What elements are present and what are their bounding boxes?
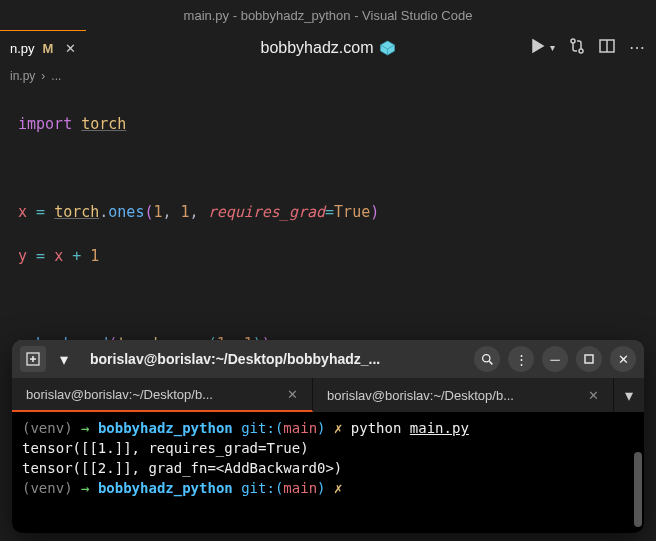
svg-point-4 <box>579 49 583 53</box>
watermark-label: bobbyhadz.com <box>261 39 396 57</box>
terminal-minimize-button[interactable]: ─ <box>542 346 568 372</box>
editor-tabbar: n.py M ✕ bobbyhadz.com ▾ ⋯ <box>0 30 656 65</box>
tab-filename: n.py <box>10 41 35 56</box>
terminal-scrollbar[interactable] <box>634 452 642 527</box>
terminal-search-button[interactable] <box>474 346 500 372</box>
terminal-tab-active[interactable]: borislav@borislav:~/Desktop/b... ✕ <box>12 378 313 412</box>
editor-tab-active[interactable]: n.py M ✕ <box>0 30 86 65</box>
code-line: x = torch.ones(1, 1, requires_grad=True) <box>18 201 638 223</box>
split-editor-icon[interactable] <box>599 38 615 58</box>
run-dropdown-icon[interactable]: ▾ <box>550 42 555 53</box>
window-titlebar: main.py - bobbyhadz_python - Visual Stud… <box>0 0 656 30</box>
terminal-line: tensor([[2.]], grad_fn=<AddBackward0>) <box>22 458 634 478</box>
breadcrumb-file: in.py <box>10 69 35 83</box>
breadcrumb-sep: › <box>41 69 45 83</box>
tab-modified-indicator: M <box>43 41 54 56</box>
window-title: main.py - bobbyhadz_python - Visual Stud… <box>184 8 473 23</box>
terminal-line: tensor([[1.]], requires_grad=True) <box>22 438 634 458</box>
terminal-line: (venv) → bobbyhadz_python git:(main) ✗ p… <box>22 418 634 438</box>
git-compare-icon[interactable] <box>569 38 585 58</box>
code-line: import torch <box>18 113 638 135</box>
more-actions-icon[interactable]: ⋯ <box>629 38 646 57</box>
tab-close-icon[interactable]: ✕ <box>65 41 76 56</box>
terminal-tab-title: borislav@borislav:~/Desktop/b... <box>327 388 580 403</box>
svg-marker-2 <box>533 40 543 52</box>
code-line <box>18 157 638 179</box>
terminal-line: (venv) → bobbyhadz_python git:(main) ✗ <box>22 478 634 498</box>
code-line: y = x + 1 <box>18 245 638 267</box>
svg-rect-12 <box>585 355 593 363</box>
breadcrumb-rest: ... <box>51 69 61 83</box>
svg-point-3 <box>571 39 575 43</box>
code-line <box>18 289 638 311</box>
svg-line-11 <box>489 361 492 364</box>
terminal-tabs-dropdown[interactable]: ▾ <box>614 378 644 412</box>
terminal-maximize-button[interactable] <box>576 346 602 372</box>
terminal-tabbar: borislav@borislav:~/Desktop/b... ✕ boris… <box>12 378 644 412</box>
terminal-new-tab-button[interactable] <box>20 346 46 372</box>
editor-actions: ▾ ⋯ <box>530 38 646 58</box>
terminal-new-tab-dropdown[interactable]: ▾ <box>54 346 74 372</box>
terminal-window: ▾ borislav@borislav:~/Desktop/bobbyhadz_… <box>12 340 644 533</box>
terminal-tab-close-icon[interactable]: ✕ <box>287 387 298 402</box>
terminal-menu-button[interactable]: ⋮ <box>508 346 534 372</box>
terminal-tab-title: borislav@borislav:~/Desktop/b... <box>26 387 279 402</box>
terminal-tab-close-icon[interactable]: ✕ <box>588 388 599 403</box>
terminal-titlebar: ▾ borislav@borislav:~/Desktop/bobbyhadz_… <box>12 340 644 378</box>
terminal-body[interactable]: (venv) → bobbyhadz_python git:(main) ✗ p… <box>12 412 644 533</box>
run-button[interactable] <box>530 38 546 58</box>
terminal-close-button[interactable]: ✕ <box>610 346 636 372</box>
breadcrumb[interactable]: in.py › ... <box>0 65 656 87</box>
terminal-window-title: borislav@borislav:~/Desktop/bobbyhadz_..… <box>82 351 466 367</box>
svg-point-10 <box>482 354 489 361</box>
terminal-tab[interactable]: borislav@borislav:~/Desktop/b... ✕ <box>313 378 614 412</box>
cube-icon <box>379 40 395 56</box>
